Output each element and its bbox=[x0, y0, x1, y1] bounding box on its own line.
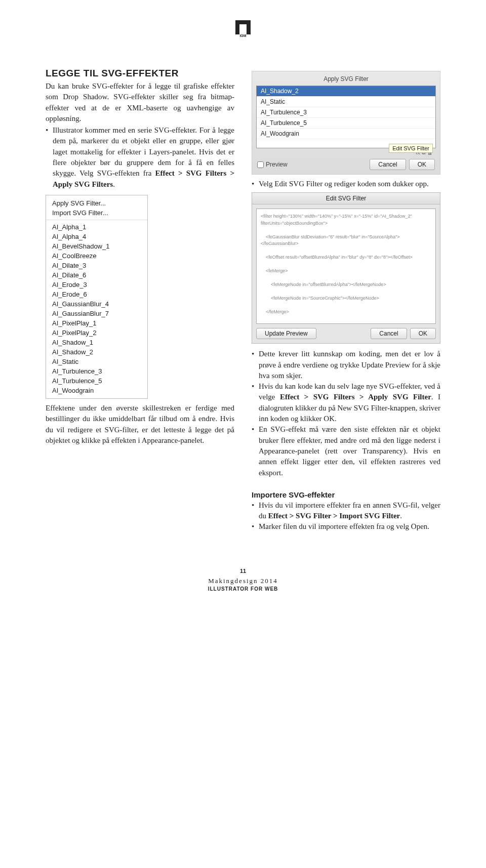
menu-item[interactable]: AI_Dilate_3 bbox=[46, 261, 147, 270]
bullet-dot: • bbox=[252, 424, 259, 478]
footer-line-2: ILLUSTRATOR FOR WEB bbox=[46, 586, 440, 592]
menu-item[interactable]: AI_Erode_3 bbox=[46, 280, 147, 290]
section-heading: LEGGE TIL SVG-EFFEKTER bbox=[46, 68, 234, 79]
menu-item[interactable]: AI_Shadow_1 bbox=[46, 338, 147, 347]
bullet-dot: • bbox=[252, 381, 259, 424]
menu-item[interactable]: AI_GaussianBlur_7 bbox=[46, 309, 147, 318]
menu-item[interactable]: AI_Alpha_4 bbox=[46, 232, 147, 241]
bullet-text: Hvis du vil importere effekter fra en an… bbox=[259, 500, 440, 522]
svg-text:IGM: IGM bbox=[239, 34, 246, 37]
dialog-title: Edit SVG Filter bbox=[252, 193, 440, 204]
menu-item[interactable]: AI_PixelPlay_2 bbox=[46, 328, 147, 338]
menu-item[interactable]: AI_Alpha_1 bbox=[46, 222, 147, 232]
bullet-text: Illustrator kommer med en serie SVG-effe… bbox=[53, 125, 234, 190]
cancel-button[interactable]: Cancel bbox=[370, 159, 406, 170]
list-item[interactable]: AI_Turbulence_3 bbox=[257, 107, 435, 118]
menu-item[interactable]: AI_BevelShadow_1 bbox=[46, 241, 147, 251]
apply-svg-filter-dialog: Apply SVG Filter AI_Shadow_2 AI_Static A… bbox=[252, 71, 440, 175]
intro-paragraph: Du kan bruke SVG-effekter for å legge ti… bbox=[46, 81, 234, 124]
menu-item[interactable]: AI_PixelPlay_1 bbox=[46, 318, 147, 328]
menu-item[interactable]: AI_GaussianBlur_4 bbox=[46, 299, 147, 309]
logo: IGM bbox=[235, 20, 251, 37]
paragraph: Effektene under den øverste skillestreke… bbox=[46, 403, 234, 446]
edit-svg-filter-dialog: Edit SVG Filter <filter height="130%" wi… bbox=[252, 192, 440, 344]
bullet-text: Marker filen du vil importere effekten f… bbox=[259, 521, 440, 532]
menu-separator bbox=[46, 220, 147, 220]
list-item[interactable]: AI_Woodgrain bbox=[257, 129, 435, 139]
menu-item[interactable]: AI_Erode_6 bbox=[46, 290, 147, 299]
bullet-dot: • bbox=[252, 179, 259, 189]
menu-item[interactable]: Apply SVG Filter... bbox=[46, 198, 147, 208]
subsection-heading: Importere SVG-effekter bbox=[252, 490, 440, 499]
page-number: 11 bbox=[46, 568, 440, 574]
list-item[interactable]: AI_Turbulence_5 bbox=[257, 118, 435, 129]
menu-item[interactable]: AI_Turbulence_5 bbox=[46, 376, 147, 386]
svg-filter-menu: Apply SVG Filter... Import SVG Filter...… bbox=[46, 195, 148, 399]
svg-rect-2 bbox=[247, 20, 251, 34]
menu-item[interactable]: AI_CoolBreeze bbox=[46, 251, 147, 261]
footer-line-1: Makingdesign 2014 bbox=[46, 577, 440, 585]
ok-button[interactable]: OK bbox=[410, 328, 436, 339]
menu-item[interactable]: AI_Turbulence_3 bbox=[46, 366, 147, 376]
code-textarea[interactable]: <filter height="130%" width="140%" y="-1… bbox=[256, 209, 436, 324]
page-footer: 11 Makingdesign 2014 ILLUSTRATOR FOR WEB bbox=[46, 568, 440, 592]
menu-item[interactable]: AI_Dilate_6 bbox=[46, 270, 147, 280]
preview-checkbox[interactable]: Preview bbox=[257, 161, 288, 168]
menu-item[interactable]: AI_Woodgrain bbox=[46, 386, 147, 395]
list-item[interactable]: AI_Shadow_2 bbox=[257, 86, 435, 97]
list-item[interactable]: AI_Static bbox=[257, 97, 435, 107]
bullet-text: Hvis du kan kode kan du selv lage nye SV… bbox=[259, 381, 440, 424]
menu-item[interactable]: AI_Shadow_2 bbox=[46, 347, 147, 357]
menu-item[interactable]: AI_Static bbox=[46, 357, 147, 366]
update-preview-button[interactable]: Update Preview bbox=[256, 328, 316, 339]
cancel-button[interactable]: Cancel bbox=[371, 328, 407, 339]
edit-svg-filter-tooltip: Edit SVG Filter bbox=[389, 144, 433, 153]
bullet-dot: • bbox=[46, 125, 53, 190]
bullet-dot: • bbox=[252, 521, 259, 532]
bullet-text: En SVG-effekt må være den siste effekten… bbox=[259, 424, 440, 478]
ok-button[interactable]: OK bbox=[409, 159, 435, 170]
menu-item[interactable]: Import SVG Filter... bbox=[46, 208, 147, 218]
bullet-dot: • bbox=[252, 349, 259, 381]
filter-list[interactable]: AI_Shadow_2 AI_Static AI_Turbulence_3 AI… bbox=[256, 86, 436, 148]
bullet-text: Dette krever litt kunnskap om koding, me… bbox=[259, 349, 440, 381]
svg-rect-1 bbox=[235, 20, 239, 34]
bullet-dot: • bbox=[252, 500, 259, 522]
bullet-text: Velg Edit SVG Filter og rediger koden so… bbox=[259, 179, 440, 189]
dialog-title: Apply SVG Filter bbox=[256, 74, 436, 86]
